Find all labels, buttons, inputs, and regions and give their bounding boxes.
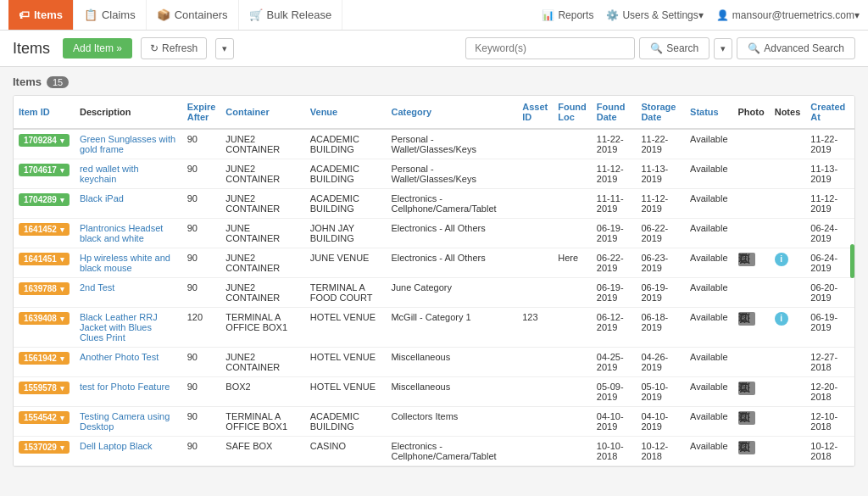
description-link[interactable]: Green Sunglasses with gold frame <box>80 134 175 154</box>
cell-category: Personal - Wallet/Glasses/Keys <box>386 129 517 159</box>
add-item-button[interactable]: Add Item » <box>63 38 132 59</box>
description-link[interactable]: Hp wireless white and black mouse <box>80 253 170 273</box>
description-link[interactable]: Testing Camera using Desktop <box>80 411 170 432</box>
col-item-id[interactable]: Item ID <box>14 96 75 129</box>
cell-created-at: 11-12-2019 <box>805 189 854 219</box>
cell-found-loc <box>553 129 592 159</box>
refresh-dropdown-button[interactable]: ▾ <box>215 38 234 59</box>
cell-description: Testing Camera using Desktop <box>75 407 182 437</box>
nav-items[interactable]: 🏷 Items <box>8 0 74 30</box>
col-notes[interactable]: Notes <box>770 96 806 129</box>
cell-category: June Category <box>386 278 517 308</box>
cell-notes <box>770 278 806 308</box>
search-input[interactable] <box>465 37 635 59</box>
cell-status: Available <box>685 308 732 348</box>
cell-photo <box>733 159 770 189</box>
cell-found-loc <box>553 377 592 407</box>
col-created-at[interactable]: CreatedAt <box>805 96 854 129</box>
info-icon[interactable]: i <box>775 253 788 266</box>
item-id-badge[interactable]: 1641451▾ <box>19 253 70 265</box>
col-found-date[interactable]: FoundDate <box>592 96 637 129</box>
col-venue[interactable]: Venue <box>305 96 387 129</box>
cell-description: Green Sunglasses with gold frame <box>75 129 182 159</box>
item-id-badge[interactable]: 1709284▾ <box>19 134 70 147</box>
cell-photo <box>733 348 770 377</box>
description-link[interactable]: Plantronics Headset black and white <box>80 223 163 243</box>
nav-user[interactable]: 👤 mansour@truemetrics.com ▾ <box>716 9 860 21</box>
item-id-badge[interactable]: 1704289▾ <box>19 193 70 206</box>
cell-venue: CASINO <box>305 437 387 466</box>
cell-photo: 🖼 <box>733 407 770 437</box>
nav-bulk-release[interactable]: 🛒 Bulk Release <box>239 0 343 30</box>
description-link[interactable]: Black iPad <box>80 193 124 203</box>
cell-found-date: 06-12-2019 <box>592 308 637 348</box>
item-count-badge: 15 <box>47 76 69 88</box>
badge-caret-icon: ▾ <box>60 137 64 145</box>
cell-found-loc <box>553 219 592 248</box>
cell-venue: HOTEL VENUE <box>305 308 387 348</box>
col-storage-date[interactable]: StorageDate <box>636 96 685 129</box>
description-link[interactable]: test for Photo Feature <box>80 382 170 392</box>
info-icon[interactable]: i <box>775 312 788 326</box>
item-id-badge[interactable]: 1554542▾ <box>19 411 70 424</box>
item-id-badge[interactable]: 1559578▾ <box>19 382 70 394</box>
item-id-badge[interactable]: 1641452▾ <box>19 223 70 236</box>
badge-caret-icon: ▾ <box>60 226 64 234</box>
cell-description: Black iPad <box>75 189 182 219</box>
nav-reports[interactable]: 📊 Reports <box>542 9 593 21</box>
item-id-badge[interactable]: 1561942▾ <box>19 352 70 365</box>
cell-notes <box>770 377 806 407</box>
badge-caret-icon: ▾ <box>60 196 64 204</box>
cell-asset-id <box>517 248 553 278</box>
photo-icon[interactable]: 🖼 <box>738 382 755 395</box>
cell-venue: HOTEL VENUE <box>305 348 387 377</box>
cell-container: JUNE2 CONTAINER <box>220 278 304 308</box>
col-found-loc[interactable]: FoundLoc <box>553 96 592 129</box>
cell-expire-after: 90 <box>182 348 221 377</box>
photo-icon[interactable]: 🖼 <box>738 253 755 266</box>
cell-found-date: 06-22-2019 <box>592 248 637 278</box>
reports-icon: 📊 <box>542 9 554 21</box>
description-link[interactable]: Black Leather RRJ Jacket with Blues Clue… <box>80 312 158 343</box>
containers-icon: 📦 <box>157 8 170 21</box>
description-link[interactable]: 2nd Test <box>80 282 114 293</box>
item-id-badge[interactable]: 1639408▾ <box>19 312 70 325</box>
col-photo[interactable]: Photo <box>733 96 770 129</box>
col-container[interactable]: Container <box>220 96 304 129</box>
nav-containers[interactable]: 📦 Containers <box>147 0 239 30</box>
cell-expire-after: 90 <box>182 407 221 437</box>
photo-icon[interactable]: 🖼 <box>738 441 755 454</box>
cell-venue: ACADEMIC BUILDING <box>305 407 387 437</box>
description-link[interactable]: Dell Laptop Black <box>80 441 153 451</box>
item-id-badge[interactable]: 1704617▾ <box>19 164 70 176</box>
photo-icon[interactable]: 🖼 <box>738 411 755 425</box>
cell-storage-date: 10-12-2018 <box>636 437 685 466</box>
nav-users-settings[interactable]: ⚙️ Users & Settings ▾ <box>606 9 703 21</box>
photo-icon[interactable]: 🖼 <box>738 312 755 326</box>
item-id-badge[interactable]: 1537029▾ <box>19 441 70 454</box>
cell-venue: TERMINAL A FOOD COURT <box>305 278 387 308</box>
cell-notes <box>770 437 806 466</box>
cell-found-loc <box>553 437 592 466</box>
col-category[interactable]: Category <box>386 96 517 129</box>
cell-status: Available <box>685 278 732 308</box>
refresh-button[interactable]: ↻ Refresh <box>141 37 207 59</box>
col-asset-id[interactable]: AssetID <box>517 96 553 129</box>
cell-expire-after: 90 <box>182 219 221 248</box>
nav-claims[interactable]: 📋 Claims <box>74 0 147 30</box>
cell-item-id: 1537029▾ <box>14 437 75 466</box>
cell-status: Available <box>685 407 732 437</box>
search-dropdown-button[interactable]: ▾ <box>714 38 732 59</box>
search-button[interactable]: 🔍 Search <box>639 37 709 59</box>
advanced-search-button[interactable]: 🔍 Advanced Search <box>737 37 855 59</box>
col-status[interactable]: Status <box>685 96 732 129</box>
description-link[interactable]: Another Photo Test <box>80 352 159 362</box>
col-expire-after[interactable]: ExpireAfter <box>182 96 221 129</box>
cell-container: TERMINAL A OFFICE BOX1 <box>220 308 304 348</box>
description-link[interactable]: red wallet with keychain <box>80 164 139 184</box>
cell-created-at: 12-27-2018 <box>805 348 854 377</box>
col-description[interactable]: Description <box>75 96 182 129</box>
cell-asset-id <box>517 437 553 466</box>
item-id-badge[interactable]: 1639788▾ <box>19 282 70 295</box>
cell-venue: HOTEL VENUE <box>305 377 387 407</box>
